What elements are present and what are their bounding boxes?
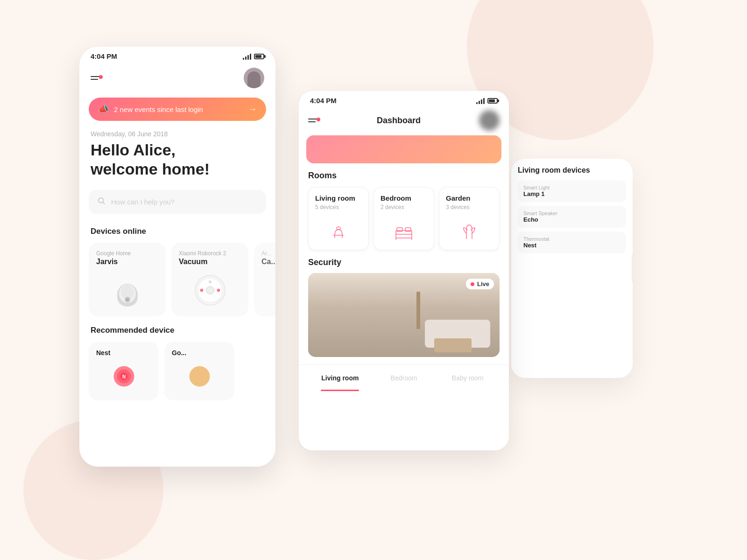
lr-device-2[interactable]: Smart Speaker Echo <box>518 206 626 228</box>
left-status-bar: 4:04 PM <box>79 47 275 64</box>
lr-device-1[interactable]: Smart Light Lamp 1 <box>518 180 626 202</box>
device-card-vacuum[interactable]: Xiaomi Roborock 2 Vacuum <box>171 243 248 316</box>
live-text: Live <box>477 280 489 287</box>
banner-text: 2 new events since last login <box>114 105 203 113</box>
svg-point-13 <box>209 280 211 283</box>
nest-icon: N <box>111 364 137 389</box>
right-menu-button[interactable] <box>308 119 318 122</box>
battery-icon <box>254 54 264 59</box>
lr-device-3[interactable]: Thermostat Nest <box>518 231 626 253</box>
rec-device-go: Go... <box>172 349 227 357</box>
search-placeholder: How can I help you? <box>111 198 175 206</box>
room-name-living: Living room <box>315 194 362 202</box>
garden-icon <box>446 220 493 243</box>
left-status-icons <box>243 53 264 60</box>
svg-point-12 <box>217 289 220 292</box>
recommended-card-nest[interactable]: Nest N <box>89 342 159 400</box>
svg-rect-24 <box>405 228 411 231</box>
device-card-partial[interactable]: Ar... Ca... <box>254 243 275 316</box>
svg-text:N: N <box>122 374 125 379</box>
device-brand-jarvis: Google Home <box>96 250 158 257</box>
room-name-bedroom: Bedroom <box>381 194 427 202</box>
right-status-bar: 4:04 PM <box>299 91 509 108</box>
notification-dot <box>99 75 103 79</box>
room-devices-bedroom: 2 devices <box>381 204 427 210</box>
svg-point-10 <box>206 287 214 294</box>
svg-line-1 <box>103 202 104 203</box>
notification-banner[interactable]: 📣 2 new events since last login → <box>89 98 266 121</box>
device-brand-vacuum: Xiaomi Roborock 2 <box>179 250 241 257</box>
living-room-icon <box>315 220 362 243</box>
google-home-image <box>96 272 158 309</box>
rooms-grid: Living room 5 devices Bedroom 2 devices <box>308 187 500 250</box>
rooms-section: Rooms Living room 5 devices Bed <box>299 171 509 258</box>
svg-rect-23 <box>397 228 402 231</box>
device-name-jarvis: Jarvis <box>96 258 158 266</box>
security-title: Security <box>308 258 500 267</box>
right-battery-icon <box>487 98 498 104</box>
recommended-card-go[interactable]: Go... <box>164 342 234 400</box>
live-badge: Live <box>466 279 494 289</box>
device-brand-partial: Ar... <box>261 250 275 257</box>
far-right-section-title: Living room devices <box>518 166 626 175</box>
vacuum-icon <box>191 272 229 309</box>
signal-bars-icon <box>243 53 251 60</box>
avatar[interactable] <box>244 68 264 88</box>
left-status-time: 4:04 PM <box>91 52 117 60</box>
security-camera[interactable]: Live <box>308 273 500 357</box>
rec-device-nest: Nest <box>96 349 151 357</box>
right-avatar[interactable] <box>479 110 500 131</box>
right-status-icons <box>476 98 498 104</box>
right-phone-header: Dashboard <box>299 108 509 135</box>
tab-living-room[interactable]: Living room <box>308 371 372 385</box>
date-label: Wednesday, 06 June 2018 <box>79 130 275 140</box>
tab-bedroom[interactable]: Bedroom <box>372 371 436 385</box>
svg-point-21 <box>337 227 340 230</box>
left-phone-card: 4:04 PM 📣 2 n <box>79 47 275 467</box>
greeting-text: Hello Alice, welcome home! <box>79 140 275 190</box>
recommended-section-title: Recommended device <box>79 326 275 342</box>
vacuum-image <box>179 272 241 309</box>
right-banner <box>306 135 501 163</box>
tab-baby-room[interactable]: Baby room <box>436 371 500 385</box>
right-signal-icon <box>476 98 485 104</box>
bedroom-icon <box>381 220 427 243</box>
search-icon <box>97 196 106 207</box>
device-card-jarvis[interactable]: Google Home Jarvis <box>89 243 166 316</box>
left-phone-header <box>79 64 275 96</box>
right-phone-card: 4:04 PM Dashboard Ro <box>299 91 509 450</box>
svg-point-20 <box>189 366 210 387</box>
svg-point-7 <box>126 298 129 301</box>
recommended-list: Nest N Go... <box>79 342 275 400</box>
dashboard-title: Dashboard <box>318 116 479 126</box>
room-devices-garden: 3 devices <box>446 204 493 210</box>
devices-list: Google Home Jarvis Xiaomi Roborock 2 Vac… <box>79 243 275 326</box>
rooms-title: Rooms <box>308 171 500 181</box>
device-name-partial: Ca... <box>261 258 275 266</box>
lr-devices-list: Smart Light Lamp 1 Smart Speaker Echo Th… <box>518 180 626 253</box>
partial-card-indicator <box>632 254 633 282</box>
far-right-phone-card: Living room devices Smart Light Lamp 1 S… <box>511 159 633 378</box>
room-name-garden: Garden <box>446 194 493 202</box>
security-section: Security Live <box>299 258 509 364</box>
room-card-garden[interactable]: Garden 3 devices <box>439 187 500 250</box>
svg-point-11 <box>200 289 203 292</box>
devices-section-title: Devices online <box>79 227 275 243</box>
room-card-bedroom[interactable]: Bedroom 2 devices <box>374 187 434 250</box>
room-devices-living: 5 devices <box>315 204 362 210</box>
live-dot-icon <box>471 282 474 286</box>
google-home-icon <box>113 273 141 308</box>
search-bar[interactable]: How can I help you? <box>89 190 266 214</box>
banner-arrow-icon: → <box>248 105 257 114</box>
right-notification-dot <box>317 118 320 121</box>
bottom-tabs: Living room Bedroom Baby room <box>299 364 509 385</box>
megaphone-icon: 📣 <box>98 104 108 114</box>
menu-button[interactable] <box>91 76 101 80</box>
go-icon <box>187 364 212 389</box>
right-status-time: 4:04 PM <box>310 97 337 105</box>
room-card-living[interactable]: Living room 5 devices <box>308 187 369 250</box>
device-name-vacuum: Vacuum <box>179 258 241 266</box>
